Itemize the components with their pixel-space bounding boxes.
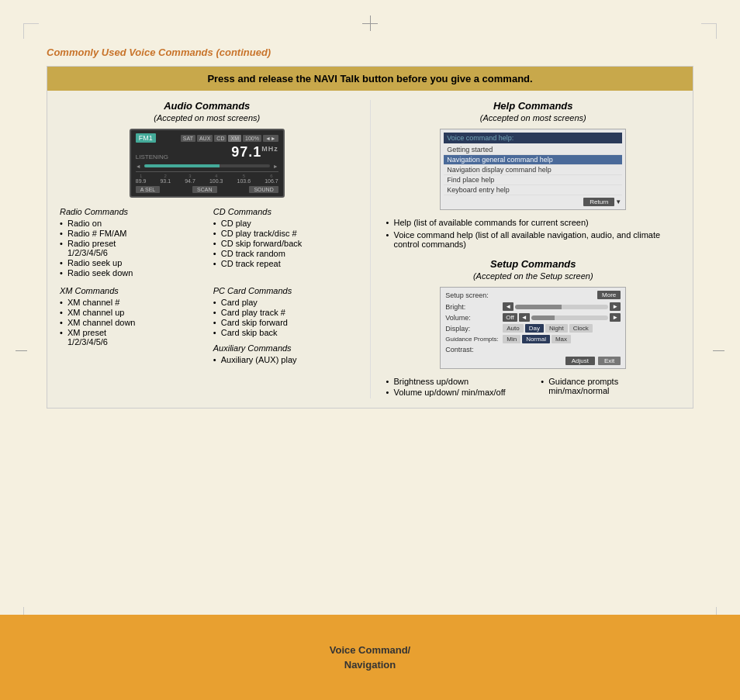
header-bar: Press and release the NAVI Talk button b… (47, 67, 693, 91)
bottom-bullet-guidance: Guidance prompts min/max/normal (541, 377, 680, 395)
voice-item-1: Getting started (444, 145, 622, 155)
voice-item-2: Navigation general command help (444, 155, 622, 165)
right-column: Help Commands (Accepted on most screens)… (371, 100, 681, 398)
fm-btn-2: AUX (197, 135, 213, 142)
help-bullet-2: Voice command help (list of all availabl… (386, 230, 681, 249)
side-mark-right (713, 350, 724, 351)
left-column: Audio Commands (Accepted on most screens… (60, 100, 371, 398)
fm-sound-btn: SOUND (249, 186, 278, 193)
setup-mockup: Setup screen: More Bright: ◄ ► (440, 287, 626, 369)
corner-mark-tr (701, 23, 717, 39)
voice-mockup: Voice command help: Getting started Navi… (440, 129, 626, 210)
bottom-section: Voice Command/ Navigation (0, 615, 740, 700)
display-options: Auto Day Night Clock (503, 324, 592, 333)
help-title: Help Commands (386, 100, 681, 112)
fm-btn-1: SAT (181, 135, 195, 142)
list-item: CD play track/disc # (213, 229, 354, 238)
help-bullets: Help (list of available commands for cur… (386, 218, 681, 249)
guidance-min-btn[interactable]: Min (503, 335, 520, 343)
setup-contrast-row: Contrast: (445, 346, 621, 353)
list-item: CD track random (213, 249, 354, 258)
bottom-col2: Guidance prompts min/max/normal (541, 377, 680, 398)
main-content: Commonly Used Voice Commands (continued)… (47, 47, 693, 615)
two-columns: Audio Commands (Accepted on most screens… (47, 91, 693, 408)
list-item: Radio on (60, 219, 201, 228)
radio-commands-group: Radio Commands Radio on Radio # FM/AM Ra… (60, 207, 201, 278)
list-item: XM channel up (60, 308, 201, 317)
aux-cmd-list: Auxiliary (AUX) play (213, 355, 354, 364)
guidance-options: Min Normal Max (503, 335, 571, 343)
voice-return-btn[interactable]: Return (583, 198, 614, 206)
bottom-bullet-volume: Volume up/down/ min/max/off (386, 388, 526, 397)
audio-subtitle: (Accepted on most screens) (60, 113, 354, 122)
fm-scan-btn: SCAN (192, 186, 216, 193)
fm-band: FM1 (136, 133, 156, 143)
setup-more-btn[interactable]: More (597, 291, 621, 299)
fm-btn-5: 100% (243, 135, 261, 142)
aux-cmd-title: Auxiliary Commands (213, 343, 354, 353)
list-item: Radio # FM/AM (60, 229, 201, 238)
list-item: Radio preset1/2/3/4/5/6 (60, 239, 201, 257)
main-box: Press and release the NAVI Talk button b… (47, 66, 693, 409)
setup-title: Setup Commands (386, 258, 681, 270)
xm-pc-grid: XM Commands XM channel # XM channel up X… (60, 286, 354, 365)
list-item: Card play track # (213, 308, 354, 317)
bright-slider (515, 305, 608, 309)
fm-frequency: 97.1MHz (231, 144, 278, 160)
fm-btn-4: XM (228, 135, 241, 142)
xm-cmd-list: XM channel # XM channel up XM channel do… (60, 298, 201, 347)
display-clock-btn[interactable]: Clock (569, 324, 593, 333)
setup-subtitle: (Accepted on the Setup screen) (386, 271, 681, 281)
pc-cmd-list: Card play Card play track # Card skip fo… (213, 298, 354, 337)
bottom-col1: Brightness up/down Volume up/down/ min/m… (386, 377, 526, 398)
voice-list-title: Voice command help: (444, 133, 622, 143)
list-item: XM channel # (60, 298, 201, 307)
radio-cmd-list: Radio on Radio # FM/AM Radio preset1/2/3… (60, 219, 201, 278)
audio-title: Audio Commands (60, 100, 354, 112)
setup-exit-btn[interactable]: Exit (598, 357, 621, 365)
help-subtitle: (Accepted on most screens) (386, 113, 681, 122)
volume-off-btn[interactable]: Off (503, 313, 517, 322)
guidance-normal-btn[interactable]: Normal (522, 335, 550, 343)
volume-right-btn[interactable]: ► (610, 313, 621, 322)
voice-item-5: Keyboard entry help (444, 185, 622, 195)
volume-slider (531, 316, 609, 320)
list-item: Radio seek up (60, 258, 201, 267)
cd-cmd-list: CD play CD play track/disc # CD skip for… (213, 219, 354, 268)
list-item: CD skip forward/back (213, 239, 354, 248)
radio-cmd-title: Radio Commands (60, 207, 201, 216)
voice-item-4: Find place help (444, 175, 622, 185)
bright-left-btn[interactable]: ◄ (503, 302, 514, 311)
list-item: XM preset1/2/3/4/5/6 (60, 328, 201, 347)
list-item: Card play (213, 298, 354, 307)
setup-screen-label: Setup screen: (445, 291, 489, 299)
guidance-max-btn[interactable]: Max (552, 335, 571, 343)
xm-cmd-title: XM Commands (60, 286, 201, 295)
fm-btn-6: ◄► (263, 135, 278, 142)
setup-adjust-btn[interactable]: Adjust (565, 357, 595, 365)
pc-cmd-title: PC Card Commands (213, 286, 354, 295)
setup-volume-row: Volume: Off ◄ ► (445, 313, 621, 322)
display-day-btn[interactable]: Day (525, 324, 544, 333)
display-night-btn[interactable]: Night (545, 324, 568, 333)
help-bullet-1: Help (list of available commands for cur… (386, 218, 681, 227)
setup-bottom-btns: Adjust Exit (445, 357, 621, 365)
list-item: Card skip back (213, 328, 354, 337)
fm-mockup: FM1 SAT AUX CD XM 100% ◄► LISTENING 97.1… (130, 129, 285, 198)
setup-bright-row: Bright: ◄ ► (445, 302, 621, 311)
corner-mark-tl (23, 23, 39, 39)
side-mark-left (16, 350, 27, 351)
cd-cmd-title: CD Commands (213, 207, 354, 216)
radio-cd-grid: Radio Commands Radio on Radio # FM/AM Ra… (60, 207, 354, 278)
display-auto-btn[interactable]: Auto (503, 324, 523, 333)
cd-commands-group: CD Commands CD play CD play track/disc #… (213, 207, 354, 278)
list-item: Auxiliary (AUX) play (213, 355, 354, 364)
xm-commands-group: XM Commands XM channel # XM channel up X… (60, 286, 201, 365)
voice-item-3: Navigation display command help (444, 165, 622, 175)
volume-left-btn[interactable]: ◄ (519, 313, 530, 322)
list-item: Card skip forward (213, 318, 354, 327)
list-item: CD play (213, 219, 354, 228)
page-title: Commonly Used Voice Commands (continued) (47, 47, 693, 58)
bright-right-btn[interactable]: ► (610, 302, 621, 311)
crosshair-top (362, 16, 378, 31)
